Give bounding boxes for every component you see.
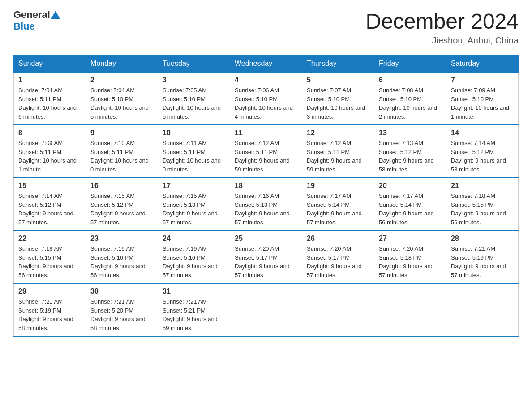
daylight-label: Daylight: 9 hours and 58 minutes. bbox=[451, 157, 506, 173]
day-info: Sunrise: 7:11 AM Sunset: 5:11 PM Dayligh… bbox=[163, 139, 225, 174]
logo-wrapper: General Blue bbox=[13, 9, 60, 33]
day-info: Sunrise: 7:20 AM Sunset: 5:17 PM Dayligh… bbox=[307, 244, 369, 279]
day-number: 4 bbox=[235, 76, 297, 84]
table-row: 21 Sunrise: 7:18 AM Sunset: 5:15 PM Dayl… bbox=[446, 178, 519, 231]
calendar-body: 1 Sunrise: 7:04 AM Sunset: 5:11 PM Dayli… bbox=[14, 73, 519, 337]
daylight-label: Daylight: 9 hours and 59 minutes. bbox=[307, 157, 362, 173]
sunrise-label: Sunrise: 7:20 AM bbox=[379, 245, 423, 252]
sunset-label: Sunset: 5:10 PM bbox=[235, 96, 278, 103]
daylight-label: Daylight: 10 hours and 0 minutes. bbox=[90, 157, 149, 173]
sunrise-label: Sunrise: 7:17 AM bbox=[307, 193, 351, 199]
table-row: 27 Sunrise: 7:20 AM Sunset: 5:18 PM Dayl… bbox=[374, 231, 446, 283]
sunrise-label: Sunrise: 7:05 AM bbox=[163, 87, 207, 94]
day-number: 28 bbox=[451, 235, 514, 243]
sunrise-label: Sunrise: 7:21 AM bbox=[18, 298, 63, 305]
calendar-week-row: 22 Sunrise: 7:18 AM Sunset: 5:15 PM Dayl… bbox=[14, 231, 519, 283]
day-info: Sunrise: 7:21 AM Sunset: 5:19 PM Dayligh… bbox=[451, 244, 514, 279]
sunset-label: Sunset: 5:12 PM bbox=[90, 201, 133, 208]
table-row: 20 Sunrise: 7:17 AM Sunset: 5:14 PM Dayl… bbox=[374, 178, 446, 231]
daylight-label: Daylight: 9 hours and 57 minutes. bbox=[163, 263, 218, 278]
title-block: December 2024 Jieshou, Anhui, China bbox=[365, 9, 519, 46]
daylight-label: Daylight: 9 hours and 59 minutes. bbox=[235, 157, 290, 173]
table-row: 26 Sunrise: 7:20 AM Sunset: 5:17 PM Dayl… bbox=[302, 231, 374, 283]
day-info: Sunrise: 7:21 AM Sunset: 5:19 PM Dayligh… bbox=[18, 297, 81, 332]
table-row bbox=[230, 283, 302, 336]
day-info: Sunrise: 7:18 AM Sunset: 5:15 PM Dayligh… bbox=[18, 244, 81, 279]
day-number: 31 bbox=[163, 287, 225, 295]
day-number: 13 bbox=[379, 129, 442, 137]
table-row: 30 Sunrise: 7:21 AM Sunset: 5:20 PM Dayl… bbox=[86, 283, 158, 336]
day-number: 3 bbox=[163, 76, 225, 84]
sunset-label: Sunset: 5:10 PM bbox=[379, 96, 422, 103]
header-sunday: Sunday bbox=[14, 55, 86, 73]
sunset-label: Sunset: 5:21 PM bbox=[163, 307, 206, 314]
daylight-label: Daylight: 10 hours and 1 minute. bbox=[451, 104, 509, 120]
day-info: Sunrise: 7:18 AM Sunset: 5:15 PM Dayligh… bbox=[451, 192, 514, 227]
day-info: Sunrise: 7:05 AM Sunset: 5:10 PM Dayligh… bbox=[163, 86, 225, 121]
sunrise-label: Sunrise: 7:19 AM bbox=[163, 245, 207, 252]
sunset-label: Sunset: 5:19 PM bbox=[18, 307, 61, 314]
sunrise-label: Sunrise: 7:21 AM bbox=[451, 245, 495, 252]
daylight-label: Daylight: 9 hours and 57 minutes. bbox=[307, 263, 362, 278]
sunrise-label: Sunrise: 7:09 AM bbox=[451, 87, 495, 94]
day-number: 14 bbox=[451, 129, 514, 137]
logo-triangle-icon bbox=[51, 11, 60, 19]
daylight-label: Daylight: 9 hours and 56 minutes. bbox=[90, 263, 146, 278]
sunset-label: Sunset: 5:12 PM bbox=[18, 201, 61, 208]
table-row: 12 Sunrise: 7:12 AM Sunset: 5:11 PM Dayl… bbox=[302, 125, 374, 178]
sunset-label: Sunset: 5:11 PM bbox=[18, 149, 61, 155]
day-info: Sunrise: 7:14 AM Sunset: 5:12 PM Dayligh… bbox=[451, 139, 514, 174]
daylight-label: Daylight: 10 hours and 0 minutes. bbox=[163, 157, 221, 173]
sunset-label: Sunset: 5:11 PM bbox=[307, 149, 350, 155]
table-row: 18 Sunrise: 7:16 AM Sunset: 5:13 PM Dayl… bbox=[230, 178, 302, 231]
daylight-label: Daylight: 9 hours and 57 minutes. bbox=[163, 210, 218, 226]
daylight-label: Daylight: 10 hours and 2 minutes. bbox=[379, 104, 437, 120]
table-row: 31 Sunrise: 7:21 AM Sunset: 5:21 PM Dayl… bbox=[158, 283, 230, 336]
daylight-label: Daylight: 9 hours and 57 minutes. bbox=[379, 263, 434, 278]
sunrise-label: Sunrise: 7:13 AM bbox=[379, 140, 423, 146]
daylight-label: Daylight: 10 hours and 4 minutes. bbox=[235, 104, 293, 120]
table-row: 10 Sunrise: 7:11 AM Sunset: 5:11 PM Dayl… bbox=[158, 125, 230, 178]
day-info: Sunrise: 7:21 AM Sunset: 5:20 PM Dayligh… bbox=[90, 297, 153, 332]
daylight-label: Daylight: 9 hours and 56 minutes. bbox=[451, 210, 506, 226]
sunset-label: Sunset: 5:12 PM bbox=[451, 149, 494, 155]
day-number: 22 bbox=[18, 235, 81, 243]
day-number: 29 bbox=[18, 287, 81, 295]
header-tuesday: Tuesday bbox=[158, 55, 230, 73]
table-row: 1 Sunrise: 7:04 AM Sunset: 5:11 PM Dayli… bbox=[14, 73, 86, 125]
sunset-label: Sunset: 5:11 PM bbox=[18, 96, 61, 103]
day-info: Sunrise: 7:20 AM Sunset: 5:17 PM Dayligh… bbox=[235, 244, 297, 279]
sunset-label: Sunset: 5:13 PM bbox=[163, 201, 206, 208]
day-info: Sunrise: 7:12 AM Sunset: 5:11 PM Dayligh… bbox=[235, 139, 297, 174]
table-row: 14 Sunrise: 7:14 AM Sunset: 5:12 PM Dayl… bbox=[446, 125, 519, 178]
sunset-label: Sunset: 5:17 PM bbox=[307, 254, 350, 261]
sunset-label: Sunset: 5:19 PM bbox=[451, 254, 494, 261]
day-number: 30 bbox=[90, 287, 153, 295]
day-number: 23 bbox=[90, 235, 153, 243]
day-header-row: Sunday Monday Tuesday Wednesday Thursday… bbox=[14, 55, 519, 73]
sunrise-label: Sunrise: 7:16 AM bbox=[235, 193, 279, 199]
sunset-label: Sunset: 5:15 PM bbox=[18, 254, 61, 261]
sunset-label: Sunset: 5:15 PM bbox=[451, 201, 494, 208]
sunset-label: Sunset: 5:11 PM bbox=[235, 149, 278, 155]
sunrise-label: Sunrise: 7:14 AM bbox=[451, 140, 495, 146]
sunrise-label: Sunrise: 7:15 AM bbox=[90, 193, 135, 199]
table-row: 16 Sunrise: 7:15 AM Sunset: 5:12 PM Dayl… bbox=[86, 178, 158, 231]
table-row: 23 Sunrise: 7:19 AM Sunset: 5:16 PM Dayl… bbox=[86, 231, 158, 283]
day-number: 8 bbox=[18, 129, 81, 137]
day-number: 20 bbox=[379, 182, 442, 190]
sunrise-label: Sunrise: 7:20 AM bbox=[235, 245, 279, 252]
day-number: 6 bbox=[379, 76, 442, 84]
daylight-label: Daylight: 10 hours and 6 minutes. bbox=[18, 104, 77, 120]
header-wednesday: Wednesday bbox=[230, 55, 302, 73]
sunrise-label: Sunrise: 7:21 AM bbox=[90, 298, 135, 305]
day-info: Sunrise: 7:19 AM Sunset: 5:16 PM Dayligh… bbox=[90, 244, 153, 279]
table-row: 7 Sunrise: 7:09 AM Sunset: 5:10 PM Dayli… bbox=[446, 73, 519, 125]
daylight-label: Daylight: 10 hours and 1 minute. bbox=[18, 157, 77, 173]
day-info: Sunrise: 7:15 AM Sunset: 5:13 PM Dayligh… bbox=[163, 192, 225, 227]
table-row: 8 Sunrise: 7:09 AM Sunset: 5:11 PM Dayli… bbox=[14, 125, 86, 178]
header-thursday: Thursday bbox=[302, 55, 374, 73]
daylight-label: Daylight: 10 hours and 5 minutes. bbox=[90, 104, 149, 120]
sunrise-label: Sunrise: 7:14 AM bbox=[18, 193, 63, 199]
day-info: Sunrise: 7:14 AM Sunset: 5:12 PM Dayligh… bbox=[18, 192, 81, 227]
